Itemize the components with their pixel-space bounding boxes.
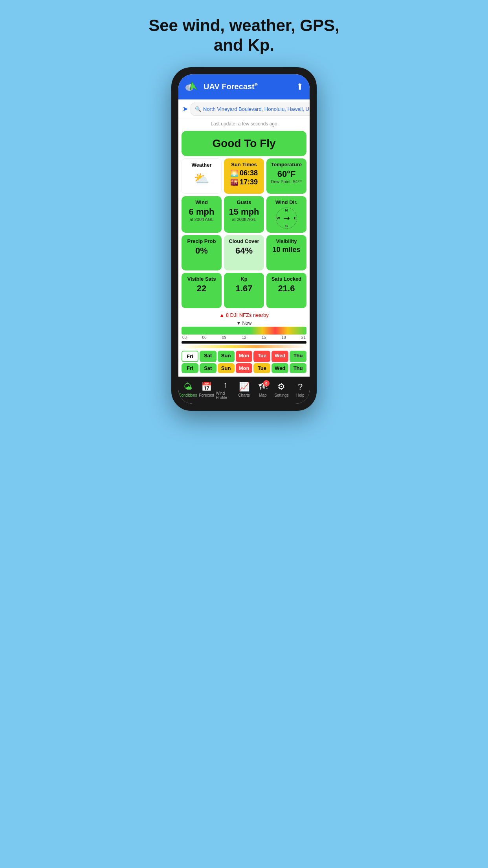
- day-cell-top-2[interactable]: Sun: [218, 351, 235, 362]
- gusts-sub: at 200ft AGL: [232, 217, 256, 222]
- search-icon: 🔍: [195, 106, 201, 112]
- nav-icon-3: 📈: [239, 382, 250, 392]
- sunrise-time: 06:38: [240, 169, 258, 177]
- search-bar-row: ➤ 🔍 North Vineyard Boulevard, Honolulu, …: [178, 99, 310, 119]
- sunset-time: 17:39: [240, 178, 258, 186]
- sun-times-title: Sun Times: [231, 162, 257, 167]
- day-cell-top-0[interactable]: Fri: [182, 351, 198, 362]
- visibility-value: 10 miles: [272, 246, 300, 254]
- timeline-bar[interactable]: [182, 327, 306, 335]
- compass: N S W E ↗: [276, 208, 297, 229]
- location-text: North Vineyard Boulevard, Honolulu, Hawa…: [203, 106, 310, 112]
- nav-label-2: Wind Profile: [216, 391, 235, 400]
- visibility-card[interactable]: Visibility 10 miles: [266, 235, 306, 270]
- app-title: UAV Forecast®: [204, 82, 258, 91]
- app-header-left: UAV Forecast®: [185, 79, 258, 95]
- wind-sub: at 200ft AGL: [189, 217, 213, 222]
- wind-card[interactable]: Wind 6 mph at 200ft AGL: [182, 196, 222, 233]
- day-cell-top-1[interactable]: Sat: [200, 351, 216, 362]
- timeline-glow: [182, 345, 306, 348]
- search-input-wrap[interactable]: 🔍 North Vineyard Boulevard, Honolulu, Ha…: [191, 103, 310, 116]
- data-grid: Weather ⛅ Sun Times 🌅 06:38 🌇 17:39: [178, 158, 310, 311]
- sunrise-icon: 🌅: [230, 169, 238, 177]
- temperature-card[interactable]: Temperature 60°F Dew Point: 54°F: [266, 158, 306, 194]
- wind-value: 6 mph: [189, 207, 215, 217]
- day-cell-top-3[interactable]: Mon: [236, 351, 253, 362]
- last-update: Last update: a few seconds ago: [178, 119, 310, 129]
- sun-times-card[interactable]: Sun Times 🌅 06:38 🌇 17:39: [224, 158, 264, 194]
- nav-item-help[interactable]: ?Help: [291, 382, 310, 397]
- temperature-value: 60°F: [277, 169, 296, 179]
- nav-icon-2: ↑: [223, 380, 227, 390]
- nav-item-charts[interactable]: 📈Charts: [235, 382, 253, 397]
- weather-card[interactable]: Weather ⛅: [182, 158, 222, 194]
- day-cell-bottom-4[interactable]: Tue: [253, 363, 270, 373]
- precip-prob-value: 0%: [195, 246, 208, 256]
- hour-06: 06: [202, 335, 206, 340]
- precip-prob-card[interactable]: Precip Prob 0%: [182, 235, 222, 270]
- visibility-title: Visibility: [276, 238, 297, 244]
- weather-icon: ⛅: [194, 171, 209, 186]
- kp-card[interactable]: Kp 1.67: [224, 273, 264, 308]
- day-cell-bottom-0[interactable]: Fri: [182, 363, 198, 373]
- dew-point: Dew Point: 54°F: [271, 179, 302, 184]
- precip-prob-title: Precip Prob: [187, 238, 216, 244]
- sats-locked-card[interactable]: Sats Locked 21.6: [266, 273, 306, 308]
- hour-12: 12: [242, 335, 246, 340]
- wind-title: Wind: [195, 199, 208, 205]
- hour-21: 21: [301, 335, 306, 340]
- compass-n: N: [285, 208, 288, 212]
- kp-value: 1.67: [236, 283, 253, 294]
- nav-item-map[interactable]: 🗺8Map: [253, 382, 272, 397]
- nav-label-5: Settings: [274, 393, 288, 397]
- nav-item-conditions[interactable]: 🌤Conditions: [178, 382, 197, 397]
- day-row-bottom: FriSatSunMonTueWedThu: [182, 363, 306, 373]
- phone-mockup: UAV Forecast® ⬆ ➤ 🔍 North Vineyard Boule…: [171, 67, 317, 411]
- visible-sats-card[interactable]: Visible Sats 22: [182, 273, 222, 308]
- nav-icon-wrap-4: 🗺8: [259, 382, 267, 392]
- cloud-cover-value: 64%: [235, 246, 253, 256]
- day-cell-bottom-1[interactable]: Sat: [200, 363, 216, 373]
- nav-item-wind-profile[interactable]: ↑Wind Profile: [216, 380, 235, 400]
- nav-item-forecast[interactable]: 📅Forecast: [197, 382, 216, 397]
- nav-icon-wrap-6: ?: [298, 382, 303, 392]
- location-arrow-icon[interactable]: ➤: [182, 105, 188, 113]
- nav-icon-wrap-3: 📈: [239, 382, 250, 392]
- hour-15: 15: [262, 335, 266, 340]
- temperature-title: Temperature: [271, 162, 302, 167]
- day-cell-bottom-5[interactable]: Wed: [272, 363, 288, 373]
- nav-badge-4: 8: [263, 380, 270, 386]
- now-label: Now: [182, 320, 306, 326]
- kp-title: Kp: [240, 276, 247, 282]
- nav-label-1: Forecast: [199, 393, 214, 397]
- nav-icon-5: ⚙: [277, 382, 285, 392]
- nav-label-6: Help: [296, 393, 305, 397]
- hour-03: 03: [182, 335, 187, 340]
- gusts-title: Gusts: [237, 199, 251, 205]
- cloud-cover-card[interactable]: Cloud Cover 64%: [224, 235, 264, 270]
- share-icon[interactable]: ⬆: [296, 82, 303, 92]
- nav-icon-6: ?: [298, 382, 303, 392]
- wind-dir-card[interactable]: Wind Dir. N S W E ↗: [266, 196, 306, 233]
- day-row-top: FriSatSunMonTueWedThu: [182, 351, 306, 362]
- good-to-fly-banner: Good To Fly: [182, 131, 306, 156]
- nfz-warning: ▲ 8 DJI NFZs nearby: [178, 311, 310, 320]
- day-cell-top-5[interactable]: Wed: [272, 351, 288, 362]
- gusts-card[interactable]: Gusts 15 mph at 200ft AGL: [224, 196, 264, 233]
- gusts-value: 15 mph: [229, 207, 259, 217]
- wind-dir-title: Wind Dir.: [275, 199, 297, 205]
- phone-screen: UAV Forecast® ⬆ ➤ 🔍 North Vineyard Boule…: [178, 74, 310, 404]
- sunset-icon: 🌇: [230, 178, 238, 186]
- day-cell-bottom-3[interactable]: Mon: [236, 363, 253, 373]
- day-cell-top-4[interactable]: Tue: [253, 351, 270, 362]
- day-cell-bottom-2[interactable]: Sun: [218, 363, 235, 373]
- nav-item-settings[interactable]: ⚙Settings: [272, 382, 291, 397]
- sunset-row: 🌇 17:39: [230, 178, 258, 186]
- app-header: UAV Forecast® ⬆: [178, 74, 310, 99]
- day-cell-bottom-6[interactable]: Thu: [290, 363, 306, 373]
- compass-s: S: [285, 224, 288, 228]
- hour-09: 09: [222, 335, 226, 340]
- day-cell-top-6[interactable]: Thu: [290, 351, 306, 362]
- sats-locked-value: 21.6: [278, 283, 295, 294]
- nav-icon-wrap-0: 🌤: [183, 382, 192, 392]
